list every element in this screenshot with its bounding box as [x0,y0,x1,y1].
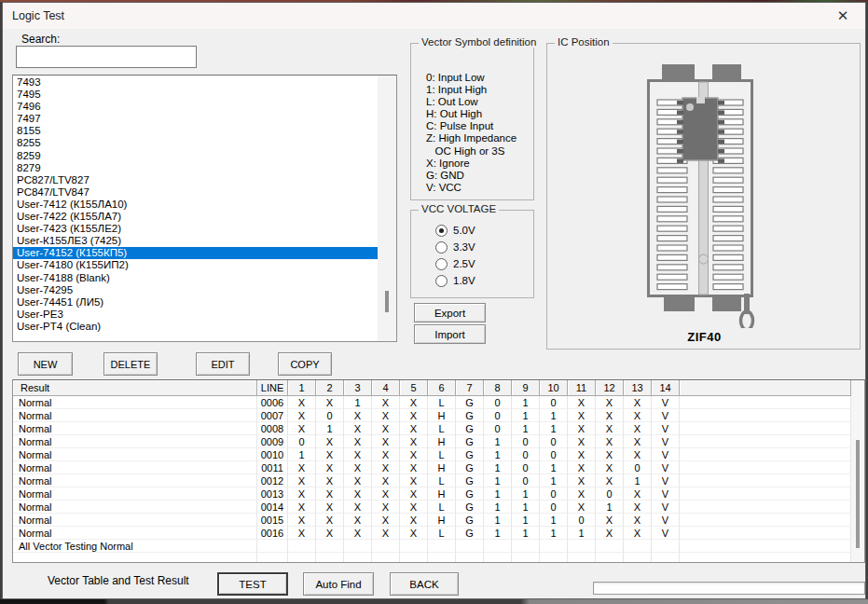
result-cell: Normal [13,487,257,501]
result-cell: Normal [13,514,257,527]
vcc-option-5.0v[interactable]: 5.0V [435,222,475,239]
table-scrollbar-thumb[interactable] [856,440,860,548]
list-item[interactable]: User-74152 (К155КП5) [13,247,378,259]
list-item[interactable]: User-74180 (К155ИП2) [13,259,378,271]
radio-icon[interactable] [435,275,448,287]
filler-cell [680,435,851,448]
test-button[interactable]: TEST [217,572,288,596]
vector-cell: 1 [540,422,568,435]
vector-cell: 1 [484,527,512,540]
list-item[interactable]: 8279 [13,162,378,174]
filler-cell [680,487,851,501]
vector-table[interactable]: ResultLINE1234567891011121314Normal0006X… [12,379,865,563]
chip-pin1-dot [686,103,694,111]
list-item[interactable]: 8259 [13,150,378,162]
list-item[interactable]: PC827/LTV827 [13,174,378,186]
vector-cell: 0 [512,461,540,474]
table-row[interactable]: Normal0011XXXXXHG101XX0V [13,461,851,474]
vector-cell: V [652,501,680,514]
vector-symbol-lines: 0: Input Low1: Input HighL: Out LowH: Ou… [426,72,517,194]
vcc-option-2.5v[interactable]: 2.5V [435,255,475,272]
vector-cell: G [456,409,484,422]
list-item[interactable]: User-7422 (К155ЛА7) [13,211,378,223]
import-button[interactable]: Import [414,324,486,344]
list-item[interactable]: 7497 [13,113,378,125]
vector-cell: X [344,409,372,422]
radio-icon[interactable] [435,225,448,237]
list-item[interactable]: User-7412 (К155ЛА10) [13,199,378,211]
vector-cell: X [316,514,344,527]
vector-cell [540,540,568,553]
close-icon[interactable]: ✕ [824,3,861,29]
list-item[interactable]: User-PT4 (Clean) [13,321,378,333]
edit-button[interactable]: EDIT [196,352,250,376]
list-item[interactable]: 7493 [13,76,378,89]
table-header-cell[interactable]: 6 [428,380,456,396]
table-header-cell[interactable]: 3 [344,380,372,396]
table-header-cell[interactable]: 4 [372,380,400,396]
new-button[interactable]: NEW [18,352,73,376]
vector-cell [596,553,624,563]
export-button[interactable]: Export [414,303,486,323]
table-header-cell[interactable]: 9 [512,380,540,396]
vcc-option-3.3v[interactable]: 3.3V [435,239,475,255]
titlebar[interactable]: Logic Test ✕ [3,3,865,29]
list-item[interactable]: User-К155ЛЕ3 (7425) [13,235,378,247]
table-row[interactable]: Normal0013XXXXXHG110X0XV [13,487,851,501]
table-header-cell[interactable]: 5 [400,380,428,396]
table-header-cell[interactable]: 10 [540,380,568,396]
chip-listbox[interactable]: 74937495749674978155825582598279PC827/LT… [12,75,397,342]
table-header-cell[interactable]: 8 [484,380,512,396]
table-row[interactable]: Normal0014XXXXXLG110X1XV [13,501,851,514]
result-cell: Normal [13,409,257,422]
list-item[interactable]: User-74188 (Blank) [13,272,378,284]
list-scrollbar-thumb[interactable] [385,291,389,312]
table-row[interactable]: Normal00101XXXXLG100XXXV [13,448,851,461]
delete-button[interactable]: DELETE [103,352,158,376]
list-item[interactable]: User-74295 [13,284,378,296]
list-item[interactable]: 7495 [13,89,378,101]
table-row[interactable]: Normal0006XX1XXLG010XXXV [13,396,851,409]
vector-cell: X [316,396,344,409]
list-item[interactable]: User-PE3 [13,309,378,321]
back-button[interactable]: BACK [390,572,459,596]
table-row[interactable]: Normal00090XXXXHG100XXXV [13,435,851,448]
vector-cell: 1 [540,409,568,422]
table-row[interactable]: Normal0016XXXXXLG1111XXV [13,527,851,540]
list-item[interactable]: 8255 [13,137,378,149]
list-scrollbar[interactable] [378,76,396,341]
table-row[interactable]: Normal0012XXXXXLG101XX1V [13,474,851,487]
vector-cell [288,553,316,563]
list-item[interactable]: 8155 [13,125,378,137]
list-item[interactable]: User-74451 (ЛИ5) [13,296,378,309]
table-scrollbar[interactable] [851,380,864,562]
table-row[interactable]: Normal0015XXXXXHG1110XXV [13,514,851,527]
table-header-cell[interactable]: LINE [257,380,288,396]
table-header-cell[interactable]: 11 [568,380,596,396]
list-item[interactable]: 7496 [13,101,378,113]
radio-icon[interactable] [435,258,448,270]
table-header-cell[interactable]: 14 [652,380,680,396]
auto-find-button[interactable]: Auto Find [303,572,374,596]
table-header-cell[interactable]: 13 [624,380,652,396]
line-cell: 0013 [257,487,288,501]
table-header-cell[interactable]: 1 [288,380,316,396]
vector-cell: X [624,435,652,448]
radio-icon[interactable] [435,241,448,254]
vector-symbol-line: H: Out High [426,108,517,120]
search-input[interactable] [16,46,197,68]
table-header-cell[interactable]: 12 [596,380,624,396]
vcc-option-1.8v[interactable]: 1.8V [435,272,475,289]
table-header-cell[interactable]: Result [13,380,257,396]
copy-button[interactable]: COPY [278,352,332,376]
table-header-cell[interactable]: 7 [456,380,484,396]
list-item[interactable]: User-7423 (К155ЛЕ2) [13,223,378,235]
table-header-cell[interactable]: 2 [316,380,344,396]
line-cell [257,540,288,553]
vector-cell: X [372,435,400,448]
vector-cell [316,540,344,553]
table-row[interactable]: Normal0007X0XXXHG011XXXV [13,409,851,422]
table-row[interactable]: Normal0008X1XXXLG011XXXV [13,422,851,435]
list-item[interactable]: PC847/LTV847 [13,186,378,199]
vector-cell: V [652,396,680,409]
